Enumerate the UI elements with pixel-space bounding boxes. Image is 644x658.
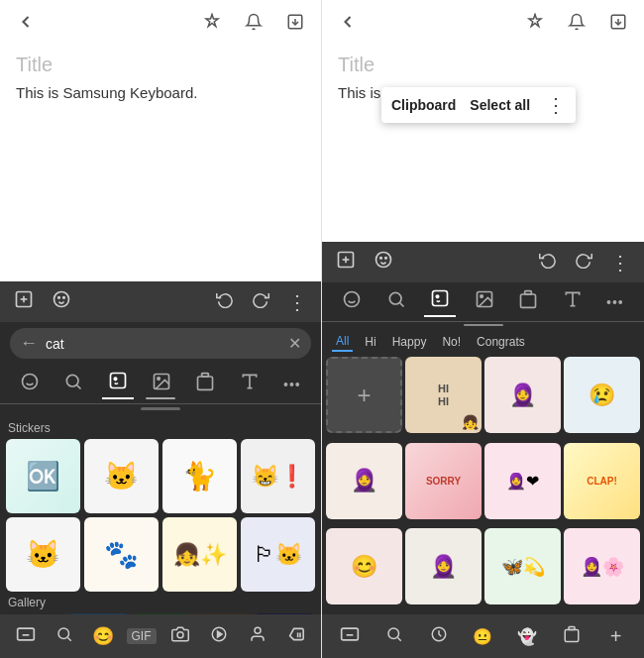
right-bottom-clock-icon[interactable] — [424, 625, 454, 648]
bitmoji-cry[interactable]: 😢 — [564, 357, 640, 433]
left-cat-search[interactable] — [57, 370, 89, 398]
svg-point-7 — [63, 297, 65, 299]
left-kb-toolbar: ⋮ — [0, 281, 321, 322]
left-cat-clipboard[interactable] — [189, 370, 221, 398]
left-kb-emoji-icon[interactable] — [48, 287, 75, 316]
svg-point-43 — [380, 258, 382, 260]
right-cat-search[interactable] — [380, 287, 412, 316]
left-cat-more[interactable]: ••• — [277, 375, 307, 394]
sticker-ok[interactable]: 🆗 — [6, 439, 80, 513]
right-bottom-clipboard-icon[interactable] — [557, 625, 587, 648]
bitmoji-butterfly[interactable]: 🦋💫 — [484, 528, 561, 604]
right-kb-undo-icon[interactable] — [535, 249, 561, 275]
right-cat-emoji[interactable] — [336, 287, 368, 316]
left-download-icon[interactable] — [281, 8, 309, 36]
left-bottom-emoji-icon[interactable]: 😊 — [88, 625, 118, 647]
left-panel: Title This is Samsung Keyboard. — [0, 0, 322, 658]
svg-point-16 — [158, 378, 161, 381]
sticker-cat2[interactable]: 🐈 — [162, 439, 237, 513]
left-bottom-search-icon[interactable] — [50, 625, 79, 648]
right-back-button[interactable] — [334, 8, 362, 36]
context-more-button[interactable]: ⋮ — [546, 93, 566, 117]
right-bottom-face-icon[interactable]: 😐 — [468, 627, 497, 646]
left-kb-redo-icon[interactable] — [248, 288, 273, 315]
left-divider — [0, 404, 321, 413]
right-cat-clipboard[interactable] — [512, 287, 544, 316]
svg-rect-55 — [521, 294, 536, 307]
tab-happy[interactable]: Happy — [388, 333, 431, 351]
left-kb-undo-icon[interactable] — [212, 288, 238, 315]
right-pin-icon[interactable] — [521, 8, 549, 36]
right-kb-add-icon[interactable] — [332, 248, 360, 276]
sticker-cat3[interactable]: 😸❗ — [241, 439, 315, 513]
left-kb-search-input[interactable] — [46, 336, 280, 352]
svg-marker-33 — [217, 631, 222, 637]
left-pin-icon[interactable] — [198, 8, 226, 36]
left-kb-cat-row: ••• — [0, 365, 321, 404]
left-kb-search-clear[interactable]: ✕ — [288, 334, 301, 353]
tab-no[interactable]: No! — [438, 333, 465, 351]
right-cat-text[interactable] — [557, 287, 589, 316]
left-bottom-person-icon[interactable] — [243, 625, 272, 648]
left-bottom-gif-icon[interactable]: GIF — [127, 628, 157, 644]
left-cat-gallery[interactable] — [146, 370, 177, 398]
left-bottom-delete-icon[interactable] — [281, 626, 311, 647]
left-bottom-camera-icon[interactable] — [165, 625, 195, 648]
bitmoji-face2[interactable]: 🧕 — [326, 443, 402, 519]
right-bottom-search-icon[interactable] — [379, 625, 409, 648]
bitmoji-sorry[interactable]: SORRY — [405, 443, 482, 519]
sticker-girl[interactable]: 👧✨ — [162, 517, 237, 592]
sticker-cat5[interactable]: 🐾 — [84, 517, 159, 592]
left-bell-icon[interactable] — [240, 8, 268, 36]
svg-point-34 — [255, 627, 261, 633]
right-cat-more[interactable]: ••• — [600, 292, 630, 312]
right-kb-toolbar: ⋮ — [322, 242, 644, 282]
sticker-flag[interactable]: 🏳🐱 — [241, 517, 315, 592]
bitmoji-face1[interactable]: 🧕 — [484, 357, 561, 433]
svg-point-42 — [376, 253, 391, 268]
left-kb-search-back[interactable]: ← — [20, 333, 38, 354]
svg-point-29 — [58, 628, 69, 639]
left-cat-text[interactable] — [234, 370, 266, 398]
bitmoji-add-cell[interactable]: + — [326, 357, 402, 433]
context-clipboard-button[interactable]: Clipboard — [391, 97, 456, 113]
bitmoji-flower[interactable]: 🧕🌸 — [564, 528, 640, 604]
right-bottom-keyboard-icon[interactable] — [335, 624, 365, 649]
tab-all[interactable]: All — [332, 332, 353, 352]
bitmoji-heart[interactable]: 🧕❤ — [484, 443, 561, 519]
right-note-title: Title — [338, 54, 628, 76]
context-select-all-button[interactable]: Select all — [470, 97, 530, 113]
left-kb-bottom-row: 😊 GIF — [0, 614, 321, 658]
right-bitmoji-grid: + HIHI 👧 🧕 😢 🧕 SORRY — [322, 354, 644, 614]
right-bottom-ghost-icon[interactable]: 👻 — [512, 627, 542, 646]
svg-rect-50 — [433, 291, 448, 306]
right-kb-redo-icon[interactable] — [571, 249, 596, 275]
sticker-cat4[interactable]: 🐱 — [6, 517, 80, 592]
bitmoji-face4[interactable]: 🧕 — [405, 528, 482, 604]
svg-line-30 — [67, 637, 70, 640]
left-cat-emoji[interactable] — [14, 370, 46, 398]
right-download-icon[interactable] — [604, 8, 632, 36]
left-kb-more-icon[interactable]: ⋮ — [283, 288, 311, 316]
left-bottom-keyboard-icon[interactable] — [11, 624, 41, 649]
left-note-body[interactable]: This is Samsung Keyboard. — [16, 84, 305, 101]
right-cat-gallery[interactable] — [469, 287, 500, 316]
left-bottom-play-icon[interactable] — [204, 625, 234, 648]
tab-hi[interactable]: Hi — [361, 333, 379, 351]
right-bell-icon[interactable] — [563, 8, 590, 36]
right-kb-more-icon[interactable]: ⋮ — [606, 249, 634, 276]
right-cat-sticker[interactable] — [424, 286, 456, 317]
tab-congrats[interactable]: Congrats — [473, 333, 529, 351]
bitmoji-hihi[interactable]: HIHI 👧 — [405, 357, 482, 433]
left-cat-sticker[interactable] — [102, 369, 134, 399]
left-back-button[interactable] — [12, 8, 40, 36]
bitmoji-face3[interactable]: 😊 — [326, 528, 402, 604]
sticker-cat1[interactable]: 🐱 — [84, 439, 159, 513]
right-kb-emoji-icon[interactable] — [370, 248, 397, 276]
svg-point-44 — [385, 258, 387, 260]
right-bottom-add-icon[interactable]: + — [601, 625, 631, 648]
left-kb-add-icon[interactable] — [10, 287, 38, 316]
left-note-title: Title — [16, 54, 305, 76]
right-note-area: Title This is Samsung Keyboard. Clipboar… — [322, 44, 644, 242]
bitmoji-clap[interactable]: CLAP! — [564, 443, 640, 519]
